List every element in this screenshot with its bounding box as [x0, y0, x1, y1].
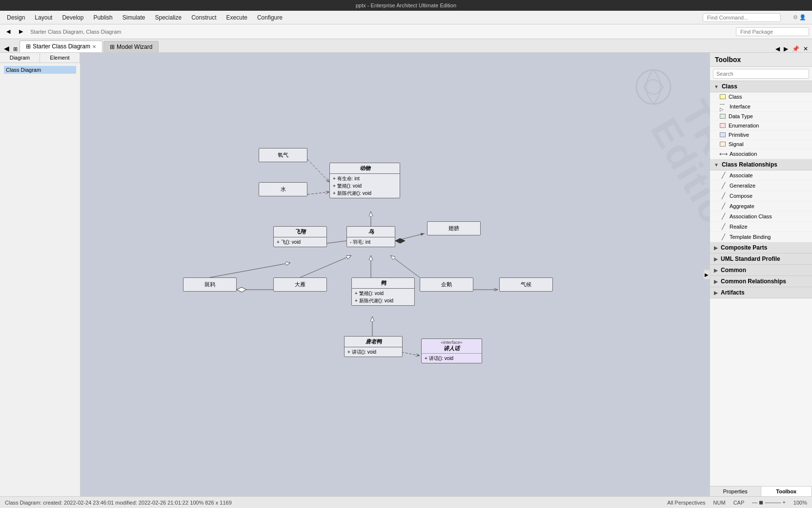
view-icon: ⊞: [13, 46, 18, 52]
uml-box-qie[interactable]: 企鹅: [420, 277, 473, 292]
tab-nav-right[interactable]: ▶: [782, 45, 790, 52]
left-tab-diagram[interactable]: Diagram: [0, 53, 40, 63]
toolbox-item-realize[interactable]: ╱ Realize: [710, 222, 812, 232]
uml-box-ya[interactable]: 鸭 + 繁殖(): void + 新陈代谢(): void: [351, 277, 415, 306]
left-tabs: Diagram Element: [0, 53, 80, 63]
group-collapse-common[interactable]: ▶: [714, 268, 718, 273]
toolbox-search-input[interactable]: [713, 69, 809, 79]
tree-item-class-diagram[interactable]: Class Diagram: [4, 66, 76, 74]
toolbox-item-datatype[interactable]: Data Type: [710, 112, 812, 121]
group-collapse-classrel[interactable]: ▼: [714, 162, 719, 168]
uml-box-tanglaoyu[interactable]: 唐老鸭 + 讲话(): void: [344, 336, 403, 357]
toolbox-group-commonrel-header[interactable]: ▶ Common Relationships: [710, 276, 812, 287]
menu-specialize[interactable]: Specialize: [150, 12, 186, 23]
compose-icon: ╱: [720, 192, 727, 199]
find-command-input[interactable]: [703, 13, 781, 22]
statusbar-zoom-slider[interactable]: — ◼ ——— +: [752, 499, 786, 506]
toolbox-label-template-binding: Template Binding: [730, 234, 771, 240]
tab-starter-class-diagram[interactable]: ⊞ Starter Class Diagram ✕: [20, 41, 102, 52]
template-binding-icon: ╱: [720, 233, 727, 240]
uml-title-yangqi: 氧气: [259, 148, 307, 162]
uml-box-dongwu[interactable]: 动物 + 有生命: int + 繁殖(): void + 新陈代谢(): voi…: [329, 163, 400, 198]
group-collapse-commonrel[interactable]: ▶: [714, 279, 718, 284]
toolbox-item-aggregate[interactable]: ╱ Aggregate: [710, 201, 812, 212]
tab-icon-wizard: ⊞: [110, 43, 115, 50]
uml-title-chishu: 翅膀: [427, 222, 480, 235]
tab-model-wizard[interactable]: ⊞ Model Wizard: [103, 41, 159, 52]
panel-close[interactable]: ✕: [801, 45, 810, 52]
toolbox-search-area: [710, 67, 812, 81]
tab-nav-left[interactable]: ◀: [773, 45, 782, 52]
uml-stereotype-jiangren: «interface»: [424, 340, 480, 345]
svg-marker-5: [395, 238, 405, 243]
enumeration-icon: [720, 123, 726, 128]
group-collapse-composite[interactable]: ▶: [714, 245, 718, 251]
canvas[interactable]: 氧气 水 动物 + 有生命: int + 繁殖(): void + 新陈代谢()…: [81, 53, 710, 496]
toolbox-item-associate[interactable]: ╱ Associate: [710, 170, 812, 181]
toolbox-item-primitive[interactable]: Primitive: [710, 130, 812, 140]
toolbox-label-datatype: Data Type: [729, 113, 753, 119]
toolbox-label-realize: Realize: [730, 224, 748, 230]
uml-box-jiangren[interactable]: «interface» 讲人话 + 讲话(): void: [421, 339, 482, 363]
uml-box-chishu[interactable]: 翅膀: [427, 221, 481, 235]
toolbox-item-compose[interactable]: ╱ Compose: [710, 191, 812, 201]
menu-layout[interactable]: Layout: [30, 12, 57, 23]
menu-design[interactable]: Design: [2, 12, 30, 23]
uml-title-ya: 鸭: [352, 278, 414, 289]
group-collapse-class[interactable]: ▼: [714, 84, 719, 89]
toolbox-label-association: Association: [730, 151, 757, 157]
primitive-icon: [720, 132, 726, 137]
tab-close-starter[interactable]: ✕: [92, 44, 96, 49]
association-class-icon: ╱: [720, 213, 727, 220]
uml-body-feixiang: + 飞(): void: [274, 237, 326, 247]
toolbar-forward[interactable]: ▶: [16, 27, 26, 36]
uml-title-qie: 企鹅: [420, 278, 473, 291]
statusbar-diagram-info: Class Diagram: created: 2022-02-24 23:46…: [5, 500, 232, 506]
toolbox-group-artifacts-header[interactable]: ▶ Artifacts: [710, 287, 812, 298]
right-tab-toolbox[interactable]: Toolbox: [761, 487, 812, 496]
find-package-input[interactable]: [736, 27, 809, 36]
uml-box-dayan[interactable]: 大雁: [273, 277, 327, 292]
menu-develop[interactable]: Develop: [57, 12, 88, 23]
group-collapse-artifacts[interactable]: ▶: [714, 290, 718, 296]
menu-configure[interactable]: Configure: [252, 12, 287, 23]
toolbox-item-class[interactable]: Class: [710, 92, 812, 102]
toolbox-group-classrel-header[interactable]: ▼ Class Relationships: [710, 159, 812, 170]
toolbar-back[interactable]: ◀: [3, 27, 14, 36]
toolbox-item-enumeration[interactable]: Enumeration: [710, 121, 812, 130]
uml-box-shui[interactable]: 水: [259, 182, 307, 196]
toolbox-group-umlstd-header[interactable]: ▶ UML Standard Profile: [710, 254, 812, 265]
uml-box-yangqi[interactable]: 氧气: [259, 148, 307, 162]
toolbox-item-generalize[interactable]: ╱ Generalize: [710, 181, 812, 191]
toolbox-item-interface[interactable]: —▷ Interface: [710, 102, 812, 112]
toolbox-item-association-class[interactable]: ╱ Association Class: [710, 212, 812, 222]
left-tab-element[interactable]: Element: [40, 53, 80, 63]
left-panel: Diagram Element Class Diagram: [0, 53, 81, 496]
titlebar-text: pptx - Enterprise Architect Ultimate Edi…: [356, 2, 456, 8]
toolbox-group-composite-header[interactable]: ▶ Composite Parts: [710, 242, 812, 254]
uml-box-qihou[interactable]: 气候: [499, 277, 553, 292]
toolbox-group-class-header[interactable]: ▼ Class: [710, 81, 812, 92]
toolbox-collapse-btn[interactable]: ▶: [703, 270, 710, 280]
menu-execute[interactable]: Execute: [222, 12, 252, 23]
menu-simulate[interactable]: Simulate: [118, 12, 150, 23]
panel-pin[interactable]: 📌: [790, 45, 801, 52]
menu-construct[interactable]: Construct: [186, 12, 221, 23]
right-tab-properties[interactable]: Properties: [710, 487, 761, 496]
group-collapse-umlstd[interactable]: ▶: [714, 256, 718, 262]
menu-publish[interactable]: Publish: [88, 12, 117, 23]
uml-box-niao[interactable]: 鸟 - 羽毛: int: [346, 226, 395, 247]
uml-title-niao: 鸟: [347, 227, 395, 237]
uml-box-feixiang[interactable]: 飞翔 + 飞(): void: [273, 226, 327, 247]
toolbox-item-signal[interactable]: Signal: [710, 140, 812, 149]
svg-line-3: [327, 241, 346, 243]
class-icon: [720, 94, 726, 99]
toolbox-item-association[interactable]: ⟷ Association: [710, 149, 812, 159]
toolbox-item-template-binding[interactable]: ╱ Template Binding: [710, 232, 812, 242]
toolbox-group-common-header[interactable]: ▶ Common: [710, 265, 812, 276]
panel-collapse-btn[interactable]: ◀: [2, 44, 11, 52]
titlebar: pptx - Enterprise Architect Ultimate Edi…: [0, 0, 812, 11]
right-bottom-tabs: Properties Toolbox: [710, 486, 812, 496]
toolbox-group-common: ▶ Common: [710, 265, 812, 276]
uml-box-yanque[interactable]: 斑鸫: [183, 277, 237, 292]
